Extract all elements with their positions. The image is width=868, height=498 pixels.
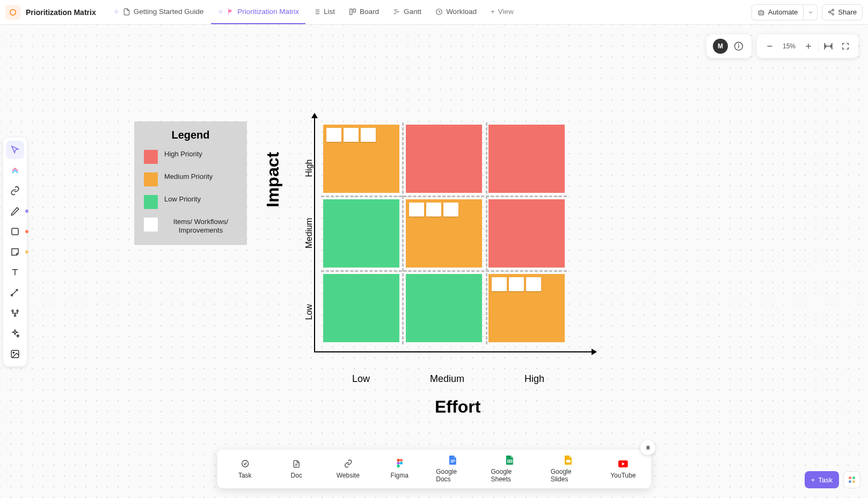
svg-point-34 [12,310,13,312]
floating-controls: M 15% [706,34,858,58]
quickadd-google-docs[interactable]: Google Docs [436,455,469,483]
cell-high-high[interactable] [488,125,565,193]
pointer-tool[interactable] [6,141,24,159]
bottom-right-controls: + Task [805,471,860,488]
svg-point-42 [397,459,399,461]
cell-medium-low[interactable] [323,199,399,268]
add-view-label: View [498,8,514,16]
quickadd-figma[interactable]: Figma [384,459,414,479]
y-tick-high: High [304,146,314,177]
svg-point-18 [832,13,834,15]
item-card[interactable] [426,203,441,216]
quick-add-bar: Task Doc Website Figma Google Docs Googl… [217,450,651,488]
cell-medium-high[interactable] [488,199,565,268]
quickadd-google-sheets[interactable]: Google Sheets [491,455,529,483]
svg-point-15 [762,12,762,13]
swatch-items [144,218,158,232]
link-tool[interactable] [6,182,24,200]
quickadd-task[interactable]: Task [230,459,260,479]
sparkle-icon: ✧ [113,8,120,16]
doc-icon [291,459,301,468]
tab-gantt[interactable]: Gantt [386,1,428,24]
space-icon[interactable] [5,5,20,20]
fit-width-button[interactable] [820,38,837,55]
text-tool[interactable] [6,263,24,282]
item-card[interactable] [492,277,507,291]
quickadd-doc[interactable]: Doc [281,459,311,479]
automate-dropdown[interactable] [804,4,818,20]
cell-cards [492,277,541,291]
cell-low-high[interactable] [488,274,565,342]
cell-low-low[interactable] [323,274,399,342]
page-title[interactable]: Prioritization Matrix [26,8,96,17]
x-tick-medium: Medium [430,373,464,385]
google-slides-icon [564,455,573,465]
add-view-button[interactable]: + View [484,1,520,24]
svg-rect-13 [758,11,763,15]
cell-high-low[interactable] [323,125,399,193]
share-label: Share [838,8,857,16]
connector-tool[interactable] [6,284,24,302]
fullscreen-button[interactable] [837,38,854,55]
new-task-button[interactable]: + Task [805,471,839,488]
apps-button[interactable] [843,471,860,488]
zoom-in-button[interactable] [800,38,817,55]
sticky-note-tool[interactable] [6,243,24,261]
legend-row-medium: Medium Priority [144,172,237,186]
prioritization-matrix[interactable]: Impact High Medium Low [285,105,617,406]
item-card[interactable] [443,203,458,216]
item-card[interactable] [526,277,541,291]
cell-high-medium[interactable] [406,125,482,193]
tab-label: Workload [446,8,477,16]
tab-label: Prioritization Matrix [237,8,299,16]
item-card[interactable] [509,277,524,291]
relations-tool[interactable] [6,304,24,322]
quickadd-google-slides[interactable]: Google Slides [551,455,587,483]
link-icon [343,459,353,468]
tab-workload[interactable]: Workload [429,1,483,24]
x-axis-label: Effort [435,397,480,417]
quickadd-label: Google Slides [551,468,587,483]
legend-card[interactable]: Legend High Priority Medium Priority Low… [134,121,247,245]
legend-label: Low Priority [164,195,237,204]
svg-point-45 [399,461,402,464]
svg-point-43 [399,459,402,461]
image-tool[interactable] [6,345,24,363]
quickadd-youtube[interactable]: YouTube [608,459,638,479]
plus-icon: + [811,476,815,484]
quickadd-label: YouTube [610,472,636,479]
y-axis-label: Impact [263,152,283,207]
tab-board[interactable]: Board [342,1,385,24]
clickup-tool[interactable] [6,161,24,179]
youtube-icon [618,459,628,468]
info-button[interactable] [730,38,747,55]
item-card[interactable] [409,203,424,216]
item-card[interactable] [344,128,359,142]
google-docs-icon [448,455,457,465]
share-button[interactable]: Share [822,4,863,20]
shape-tool[interactable] [6,222,24,241]
swatch-high [144,150,158,164]
legend-label: High Priority [164,150,237,158]
svg-rect-7 [350,9,352,15]
pin-button[interactable] [640,440,655,455]
svg-point-14 [760,12,760,13]
automate-button[interactable]: Automate [752,4,804,20]
svg-point-38 [13,352,14,353]
quickadd-label: Website [337,472,360,479]
quickadd-website[interactable]: Website [333,459,363,479]
canvas-area[interactable]: M 15% Legend [0,25,868,498]
item-card[interactable] [361,128,376,142]
ai-tool[interactable] [6,324,24,343]
item-card[interactable] [326,128,341,142]
cell-medium-medium[interactable] [406,199,482,268]
y-axis-arrow [311,113,318,118]
svg-point-39 [242,460,248,467]
user-avatar[interactable]: M [713,39,728,54]
tab-prioritization-matrix[interactable]: ✧ Prioritization Matrix [211,1,305,24]
tab-list[interactable]: List [307,1,341,24]
zoom-out-button[interactable] [761,38,778,55]
tab-getting-started[interactable]: ✧ Getting Started Guide [107,1,210,24]
cell-low-medium[interactable] [406,274,482,342]
pen-tool[interactable] [6,202,24,220]
